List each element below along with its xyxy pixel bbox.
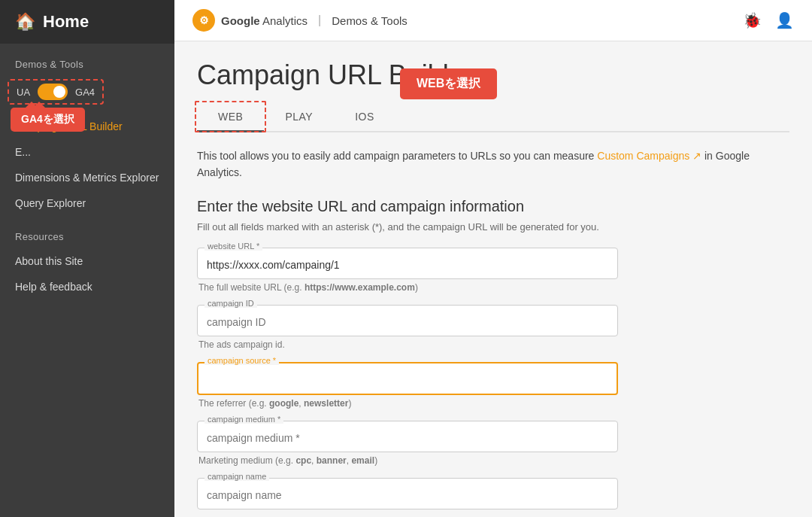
header-demos-tools: Demos & Tools xyxy=(332,14,408,27)
tabs: WEB PLAY IOS xyxy=(197,103,789,132)
sidebar-item-help-feedback[interactable]: Help & feedback xyxy=(0,274,174,300)
website-url-label: website URL * xyxy=(205,242,262,251)
website-url-hint: The full website URL (e.g. https://www.e… xyxy=(197,282,618,293)
custom-campaigns-link[interactable]: Custom Campaigns ↗ xyxy=(597,150,704,162)
web-select-tooltip: WEBを選択 xyxy=(400,68,497,99)
campaign-medium-hint: Marketing medium (e.g. cpc, banner, emai… xyxy=(197,455,618,466)
header-divider: | xyxy=(318,14,321,27)
campaign-medium-label: campaign medium * xyxy=(205,415,283,424)
analytics-logo-icon: ⚙ xyxy=(192,9,215,32)
sidebar: 🏠 Home Demos & Tools UA GA4 GA4を選択 Campa… xyxy=(0,0,174,517)
bug-icon[interactable]: 🐞 xyxy=(743,11,762,29)
campaign-id-hint: The ads campaign id. xyxy=(197,339,618,350)
form-section-title: Enter the website URL and campaign infor… xyxy=(197,198,789,215)
campaign-source-input[interactable] xyxy=(197,362,618,395)
header-logo: ⚙ Google Analytics | Demos & Tools xyxy=(192,9,408,32)
tab-web[interactable]: WEB xyxy=(197,103,264,132)
sidebar-section-demos-tools: Demos & Tools xyxy=(0,44,174,76)
sidebar-item-dimensions-metrics[interactable]: Dimensions & Metrics Explorer xyxy=(0,165,174,190)
header-logo-text: Google Analytics xyxy=(221,14,308,27)
home-icon: 🏠 xyxy=(15,12,35,32)
sidebar-home-label: Home xyxy=(43,12,89,32)
person-icon[interactable]: 👤 xyxy=(775,11,794,29)
tab-ios[interactable]: IOS xyxy=(334,103,395,131)
campaign-name-input[interactable] xyxy=(197,478,618,509)
tabs-container: WEBを選択 WEB PLAY IOS xyxy=(197,103,789,132)
web-tooltip-container: WEBを選択 xyxy=(400,68,497,99)
campaign-source-field: campaign source * The referrer (e.g. goo… xyxy=(197,362,618,409)
sidebar-item-query-explorer[interactable]: Query Explorer xyxy=(0,190,174,216)
ua-label: UA xyxy=(17,87,30,98)
page-content: Campaign URL Builder WEBを選択 WEB PLAY IOS xyxy=(174,41,812,517)
campaign-medium-input[interactable] xyxy=(197,421,618,452)
campaign-name-field: campaign name xyxy=(197,478,618,509)
ua-ga4-toggle-group: UA GA4 xyxy=(8,79,104,105)
toggle-knob xyxy=(53,86,65,98)
campaign-id-label: campaign ID xyxy=(205,299,257,308)
ga4-select-tooltip: GA4を選択 xyxy=(11,108,85,132)
sidebar-item-about-site[interactable]: About this Site xyxy=(0,248,174,274)
campaign-id-input[interactable] xyxy=(197,305,618,336)
tab-play[interactable]: PLAY xyxy=(264,103,334,131)
website-url-input[interactable] xyxy=(197,248,618,279)
page-description: This tool allows you to easily add campa… xyxy=(197,147,753,181)
campaign-medium-field: campaign medium * Marketing medium (e.g.… xyxy=(197,421,618,466)
campaign-id-field: campaign ID The ads campaign id. xyxy=(197,305,618,350)
sidebar-home-item[interactable]: 🏠 Home xyxy=(0,0,174,44)
sidebar-section-resources: Resources xyxy=(0,216,174,248)
header: ⚙ Google Analytics | Demos & Tools 🐞 👤 xyxy=(174,0,812,41)
ga4-label: GA4 xyxy=(75,87,95,98)
form-section-subtitle: Fill out all fields marked with an aster… xyxy=(197,221,789,233)
sidebar-item-event-builder[interactable]: E... xyxy=(0,139,174,165)
campaign-source-hint: The referrer (e.g. google, newsletter) xyxy=(197,398,618,409)
campaign-name-label: campaign name xyxy=(205,472,269,481)
campaign-source-label: campaign source * xyxy=(205,356,279,365)
website-url-field: website URL * The full website URL (e.g.… xyxy=(197,248,618,293)
header-icons: 🐞 👤 xyxy=(743,11,794,29)
main-content: ⚙ Google Analytics | Demos & Tools 🐞 👤 C… xyxy=(174,0,812,517)
